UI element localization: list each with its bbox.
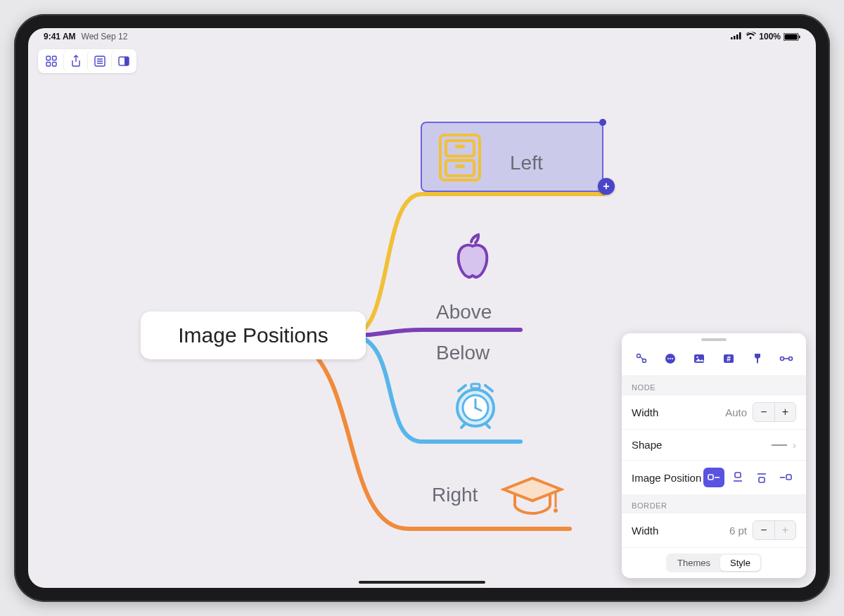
svg-rect-21 [455, 165, 465, 168]
node-right-label[interactable]: Right [432, 484, 478, 506]
status-bar: 9:41 AM Wed Sep 12 100% [28, 28, 816, 45]
chevron-right-icon: › [793, 439, 796, 451]
status-time: 9:41 AM [44, 32, 76, 41]
svg-rect-35 [694, 354, 704, 363]
style-tab-bottom[interactable]: Style [720, 555, 760, 571]
svg-point-34 [672, 358, 673, 359]
image-position-right-button[interactable] [775, 468, 796, 487]
svg-rect-44 [735, 473, 741, 477]
node-width-stepper: − + [753, 402, 796, 422]
node-below-label[interactable]: Below [436, 342, 490, 364]
wifi-icon [745, 32, 756, 41]
svg-point-39 [780, 357, 784, 361]
outline-button[interactable] [87, 51, 111, 72]
image-position-below-button[interactable] [751, 468, 772, 487]
inspector-category-tabs: # [622, 346, 806, 376]
border-width-label: Width [632, 525, 658, 537]
svg-rect-5 [785, 34, 798, 39]
svg-point-32 [667, 358, 669, 359]
status-date: Wed Sep 12 [82, 32, 128, 41]
file-drawer-icon [436, 132, 484, 186]
border-width-decrement[interactable]: − [753, 521, 774, 539]
svg-rect-9 [46, 63, 51, 67]
notes-tab[interactable] [660, 350, 680, 367]
share-button[interactable] [63, 51, 87, 72]
svg-rect-26 [471, 384, 480, 388]
svg-point-40 [788, 357, 792, 361]
documents-button[interactable] [39, 51, 63, 72]
svg-point-29 [637, 354, 641, 358]
battery-icon [784, 33, 800, 41]
alarm-clock-icon [450, 380, 501, 433]
node-width-decrement[interactable]: − [753, 403, 774, 421]
graduation-cap-icon [501, 475, 564, 523]
svg-rect-20 [455, 145, 465, 148]
inspector-toggle-button[interactable] [111, 51, 135, 72]
image-position-above-button[interactable] [727, 468, 748, 487]
link-tab[interactable] [776, 350, 796, 367]
main-toolbar [38, 49, 136, 73]
image-position-label: Image Position [632, 472, 701, 484]
svg-rect-42 [708, 475, 713, 480]
node-width-row: Width Auto − + [622, 394, 806, 429]
layout-tab[interactable] [632, 350, 651, 367]
svg-rect-47 [759, 477, 765, 482]
add-child-button[interactable]: + [598, 178, 615, 195]
image-position-left-button[interactable] [703, 468, 724, 487]
cellular-icon [731, 32, 742, 41]
svg-rect-8 [53, 56, 57, 60]
root-node[interactable]: Image Positions [141, 312, 366, 359]
border-width-row: Width 6 pt − + [622, 513, 806, 547]
panel-grabber[interactable] [622, 333, 806, 346]
shape-preview-icon [772, 444, 787, 446]
selection-handle[interactable] [599, 119, 606, 126]
inspector-bottom-tabs: Themes Style [622, 547, 806, 578]
section-node-header: NODE [622, 376, 806, 394]
home-indicator[interactable] [359, 581, 485, 584]
section-border-header: BORDER [622, 494, 806, 513]
border-width-value: 6 pt [729, 525, 747, 537]
svg-rect-0 [731, 37, 733, 39]
svg-rect-1 [734, 36, 736, 39]
svg-rect-3 [739, 32, 741, 39]
svg-point-36 [697, 357, 698, 358]
node-above-label[interactable]: Above [436, 301, 492, 323]
node-shape-row[interactable]: Shape › [622, 429, 806, 460]
border-width-stepper: − + [753, 520, 796, 540]
svg-rect-7 [46, 56, 51, 60]
svg-rect-16 [124, 57, 129, 65]
image-position-row: Image Position [622, 460, 806, 494]
node-width-value: Auto [725, 406, 747, 418]
apple-icon [450, 232, 495, 285]
node-shape-label: Shape [632, 439, 662, 451]
ipad-frame: 9:41 AM Wed Sep 12 100% [14, 14, 830, 602]
svg-point-28 [554, 508, 558, 513]
battery-percent: 100% [759, 32, 781, 41]
node-width-label: Width [632, 406, 658, 418]
svg-rect-2 [736, 34, 738, 39]
image-tab[interactable] [689, 350, 709, 367]
root-node-label: Image Positions [178, 323, 328, 347]
border-width-increment[interactable]: + [774, 521, 795, 539]
style-tab[interactable] [748, 350, 767, 367]
image-position-segmented [703, 468, 796, 487]
svg-rect-6 [799, 35, 800, 38]
svg-rect-49 [786, 475, 791, 480]
svg-rect-10 [53, 63, 57, 67]
themes-tab[interactable]: Themes [667, 555, 720, 571]
svg-point-33 [670, 358, 671, 359]
app-screen: 9:41 AM Wed Sep 12 100% [28, 28, 816, 588]
node-left-label[interactable]: Left [510, 152, 543, 174]
tag-tab[interactable]: # [719, 350, 738, 367]
svg-text:#: # [727, 355, 731, 363]
inspector-panel: # NODE Width Auto − + [622, 333, 806, 578]
node-width-increment[interactable]: + [774, 403, 795, 421]
